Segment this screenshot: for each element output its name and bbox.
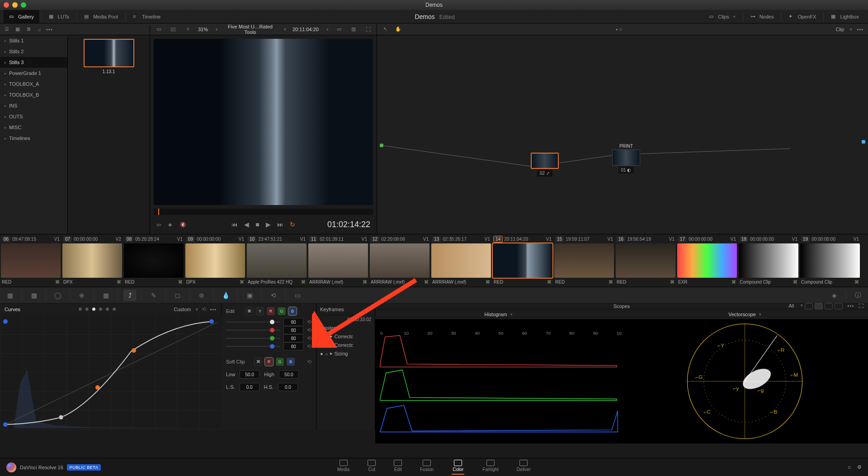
image-wipe-icon[interactable]: ▭ <box>335 25 343 33</box>
sort-icon[interactable]: ≣ <box>24 25 33 33</box>
softclip-hs[interactable] <box>278 383 298 391</box>
scope-layout-1[interactable] <box>805 303 813 309</box>
key-icon[interactable]: ▣ <box>243 289 256 301</box>
page-color[interactable]: Color <box>452 460 464 475</box>
kf-close-icon[interactable]: × <box>368 307 371 312</box>
clip-06[interactable]: 0609:47:08:15V1RED⌘ <box>0 234 61 287</box>
softclip-g[interactable]: G <box>276 358 284 366</box>
sidebar-item-ins[interactable]: ▸INS <box>0 100 67 111</box>
curves-reset-icon[interactable]: ⟲ <box>202 306 206 313</box>
split-icon[interactable]: ▯▯ <box>169 25 177 33</box>
reset-icon[interactable]: ⟲ <box>307 343 311 350</box>
intensity-value-r[interactable] <box>283 326 303 334</box>
sidebar-item-outs[interactable]: ▸OUTS <box>0 111 67 122</box>
intensity-slider-w[interactable]: ⟲ <box>226 318 311 326</box>
thumbnail-timeline[interactable]: 0609:47:08:15V1RED⌘0700:00:00:00V2DPX⌘08… <box>0 234 868 287</box>
page-cut[interactable]: Cut <box>368 460 376 475</box>
blur-icon[interactable]: 💧 <box>219 289 232 301</box>
rgb-mixer-icon[interactable]: ⊕ <box>75 289 88 301</box>
softclip-reset-icon[interactable]: ⟲ <box>307 359 311 365</box>
sidebar-item-toolbox_b[interactable]: ▸TOOLBOX_B <box>0 89 67 100</box>
softclip-high[interactable] <box>279 370 299 378</box>
camera-raw-icon[interactable]: ▦ <box>4 289 16 301</box>
page-edit[interactable]: Edit <box>394 460 402 475</box>
marker-icon[interactable]: ◈ <box>168 222 172 228</box>
pointer-icon[interactable]: ↖ <box>382 25 390 33</box>
page-fusion[interactable]: Fusion <box>420 460 434 475</box>
clip-17[interactable]: 1700:00:00:00V1EXR⌘ <box>676 234 738 287</box>
pan-icon[interactable]: ✋ <box>394 25 402 33</box>
loop-icon[interactable]: ↻ <box>290 221 295 228</box>
stop-icon[interactable]: ■ <box>255 221 259 228</box>
scope-layout-4[interactable] <box>835 303 843 309</box>
intensity-slider-r[interactable]: ⟲ <box>226 326 311 334</box>
link-channels-icon[interactable]: ⌘ <box>245 307 253 315</box>
scrub-bar[interactable] <box>154 209 373 215</box>
more-options-icon[interactable]: ••• <box>46 27 53 32</box>
channel-r[interactable]: R <box>267 307 275 315</box>
grid-view-icon[interactable]: ▦ <box>14 25 22 33</box>
curve-editor[interactable] <box>0 315 222 430</box>
clip-08[interactable]: 0805:20:28:24V1RED⌘ <box>123 234 184 287</box>
reset-icon[interactable]: ⟲ <box>307 335 311 341</box>
clip-12[interactable]: 1202:20:08:06V1ARRIRAW (.mxf)⌘ <box>369 234 430 287</box>
sidebar-item-powergrade-1[interactable]: ▸PowerGrade 1 <box>0 68 67 79</box>
vectorscope-canvas[interactable]: ⌐R⌐M ⌐B⌐C ⌐G⌐Y ⌐y⌐g <box>622 319 868 443</box>
qualifier-icon[interactable]: ✎ <box>147 289 160 301</box>
tab-openfx[interactable]: ✦OpenFX <box>783 10 821 23</box>
play-reverse-icon[interactable]: ◀ <box>244 221 249 228</box>
node-graph[interactable]: 02 ⤢ PRINT 01 ◐ <box>377 35 868 234</box>
viewer-image[interactable] <box>154 39 373 205</box>
sizing-icon[interactable]: ⟲ <box>267 289 280 301</box>
scopes-options-icon[interactable]: ••• <box>847 303 854 309</box>
histogram-canvas[interactable]: 0102030405060708090100 <box>375 319 622 443</box>
sidebar-item-timelines[interactable]: ▸Timelines <box>0 133 67 144</box>
page-deliver[interactable]: Deliver <box>517 460 531 475</box>
clip-07[interactable]: 0700:00:00:00V2DPX⌘ <box>61 234 123 287</box>
clip-11[interactable]: 1102:01:39:11V1ARRIRAW (.mxf)⌘ <box>307 234 369 287</box>
stereo-icon[interactable]: ▭ <box>291 289 304 301</box>
still-thumbnail[interactable] <box>84 39 134 67</box>
curves-mode[interactable]: Custom <box>174 307 191 312</box>
curves-icon[interactable]: ⤴ <box>123 289 136 301</box>
keyframe-row-correctc[interactable]: ● ⬦ ▸ Correctc <box>316 341 375 349</box>
motion-effects-icon[interactable]: ▦ <box>99 289 112 301</box>
softclip-low[interactable] <box>240 370 259 378</box>
clip-14[interactable]: 1420:11:04:20V1RED⌘ <box>492 234 553 287</box>
project-settings-icon[interactable]: ⚙ <box>857 464 862 470</box>
intensity-value-b[interactable] <box>283 342 303 350</box>
keyframe-row-master[interactable]: Master <box>316 324 375 332</box>
tab-gallery[interactable]: ▭Gallery <box>4 10 39 23</box>
intensity-slider-g[interactable]: ⟲ <box>226 334 311 342</box>
info-icon[interactable]: ⓘ <box>852 289 864 301</box>
softclip-b[interactable]: B <box>287 358 295 366</box>
mute-icon[interactable]: 🔇 <box>180 222 186 228</box>
tab-timeline[interactable]: ≡Timeline <box>127 10 166 23</box>
scope-layout-2[interactable] <box>815 303 823 309</box>
scopes-expand-icon[interactable]: ⛶ <box>859 303 863 309</box>
highlight-icon[interactable]: ✧ <box>184 25 192 33</box>
node-options-icon[interactable]: ••• <box>857 27 863 32</box>
home-icon[interactable]: ⌂ <box>848 464 851 470</box>
sidebar-item-stills-2[interactable]: ▸Stills 2 <box>0 46 67 57</box>
tab-clips[interactable]: ▭Clips▾ <box>703 10 741 23</box>
sidebar-item-stills-3[interactable]: ▸Stills 3 <box>0 57 67 68</box>
intensity-value-w[interactable] <box>283 318 303 326</box>
window-controls[interactable] <box>4 2 26 8</box>
scopes-all[interactable]: All <box>788 303 794 309</box>
window-icon[interactable]: ◻ <box>171 289 184 301</box>
clip-09[interactable]: 0900:00:00:00V1DPX⌘ <box>184 234 246 287</box>
clip-19[interactable]: 1900:00:00:00V1Compound Clip⌘ <box>799 234 861 287</box>
next-clip-icon[interactable]: ⏭ <box>277 221 283 228</box>
channel-g[interactable]: G <box>278 307 286 315</box>
clip-15[interactable]: 1519:59:11:07V1RED⌘ <box>553 234 615 287</box>
node-01[interactable]: PRINT 01 ◐ <box>612 144 640 173</box>
keyframe-row-sizing[interactable]: ● ⬦ ▸ Sizing <box>316 349 375 358</box>
page-media[interactable]: Media <box>337 460 349 475</box>
node-02[interactable]: 02 ⤢ <box>531 153 559 177</box>
sidebar-item-toolbox_a[interactable]: ▸TOOLBOX_A <box>0 79 67 89</box>
tab-nodes[interactable]: ⊶Nodes <box>745 10 779 23</box>
curves-options-icon[interactable]: ••• <box>210 307 217 312</box>
keyframe-mode-icon[interactable]: ◈ <box>828 289 840 301</box>
list-view-icon[interactable]: ☰ <box>3 25 11 33</box>
